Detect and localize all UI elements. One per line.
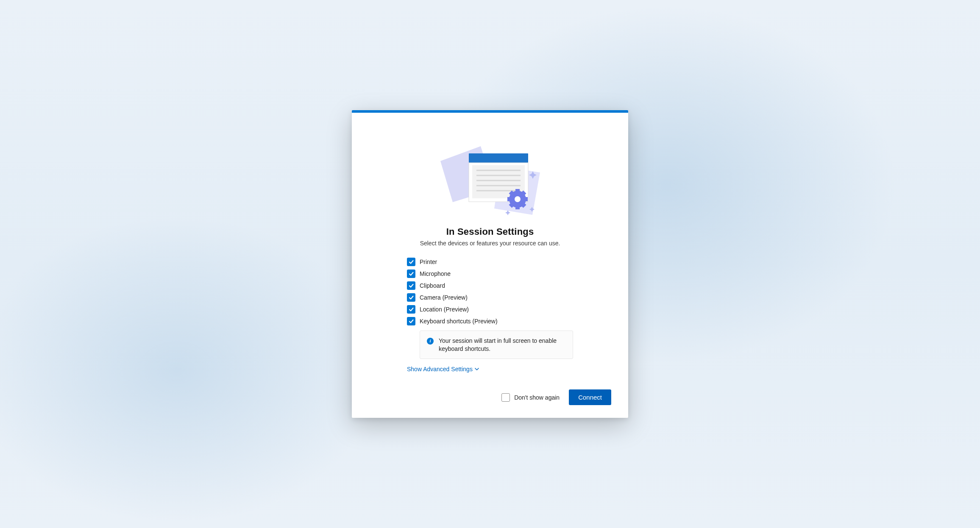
dont-show-again-option[interactable]: Don't show again xyxy=(501,393,560,402)
settings-illustration-icon xyxy=(426,128,554,217)
info-callout-text: Your session will start in full screen t… xyxy=(439,337,566,353)
dialog-body: In Session Settings Select the devices o… xyxy=(352,113,628,418)
connect-button[interactable]: Connect xyxy=(569,389,611,405)
option-location[interactable]: Location (Preview) xyxy=(407,303,573,315)
option-label: Clipboard xyxy=(420,282,445,289)
option-clipboard[interactable]: Clipboard xyxy=(407,280,573,292)
checkbox-dont-show-again[interactable] xyxy=(501,393,510,402)
fullscreen-info-callout: Your session will start in full screen t… xyxy=(420,331,573,359)
option-camera[interactable]: Camera (Preview) xyxy=(407,292,573,303)
checkbox-clipboard[interactable] xyxy=(407,281,415,290)
option-label: Location (Preview) xyxy=(420,306,469,313)
hero-illustration xyxy=(369,128,611,217)
session-settings-dialog: In Session Settings Select the devices o… xyxy=(352,110,628,418)
checkbox-camera[interactable] xyxy=(407,293,415,302)
checkbox-printer[interactable] xyxy=(407,258,415,266)
show-advanced-settings-toggle[interactable]: Show Advanced Settings xyxy=(407,366,573,372)
svg-rect-2 xyxy=(469,153,528,163)
dialog-title: In Session Settings xyxy=(369,226,611,237)
dialog-subtitle: Select the devices or features your reso… xyxy=(369,240,611,247)
option-microphone[interactable]: Microphone xyxy=(407,268,573,280)
device-options-list: Printer Microphone Clipboard Camera (Pre… xyxy=(407,256,573,373)
info-icon xyxy=(427,338,434,345)
option-label: Camera (Preview) xyxy=(420,294,468,301)
checkbox-keyboard-shortcuts[interactable] xyxy=(407,317,415,325)
option-label: Microphone xyxy=(420,270,451,277)
option-printer[interactable]: Printer xyxy=(407,256,573,268)
checkbox-microphone[interactable] xyxy=(407,270,415,278)
option-label: Printer xyxy=(420,258,437,265)
advanced-settings-label: Show Advanced Settings xyxy=(407,366,473,372)
svg-point-16 xyxy=(515,196,521,202)
option-keyboard-shortcuts[interactable]: Keyboard shortcuts (Preview) xyxy=(407,315,573,327)
chevron-down-icon xyxy=(474,367,479,372)
dont-show-again-label: Don't show again xyxy=(514,394,560,401)
option-label: Keyboard shortcuts (Preview) xyxy=(420,318,498,325)
checkbox-location[interactable] xyxy=(407,305,415,314)
dialog-footer: Don't show again Connect xyxy=(369,389,611,405)
